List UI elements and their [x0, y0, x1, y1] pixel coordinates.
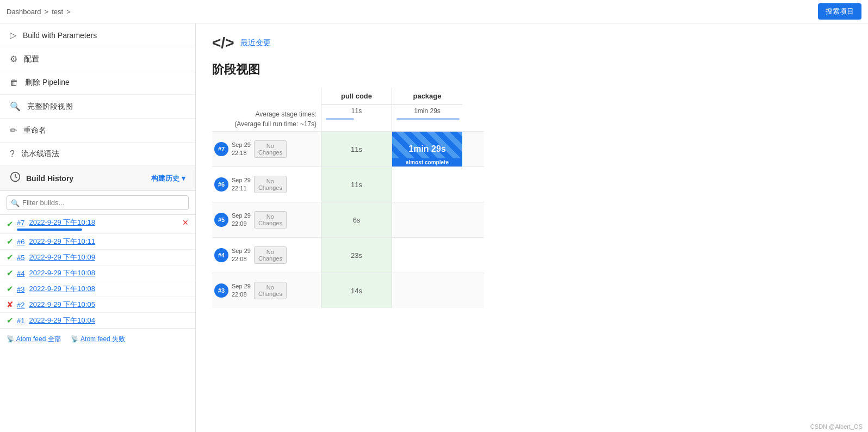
build-date-4[interactable]: 2022-9-29 下午10:08 — [29, 268, 189, 278]
filter-search-icon: 🔍 — [11, 199, 20, 207]
atom-feed-fail[interactable]: Atom feed 失败 — [80, 335, 125, 343]
build-date-1[interactable]: 2022-9-29 下午10:04 — [29, 316, 189, 325]
stage-cell-4-pull-code[interactable]: 23s — [321, 238, 392, 273]
build-status-3: ✔ — [7, 284, 14, 294]
build-history-icon — [10, 171, 21, 185]
build-num-7[interactable]: #7 — [17, 219, 24, 227]
build-status-6: ✔ — [7, 237, 14, 246]
build-badge-4: #4 — [214, 248, 228, 262]
sidebar-label-rename: 重命名 — [23, 126, 46, 135]
build-num-6[interactable]: #6 — [17, 238, 24, 246]
no-changes-btn-4[interactable]: NoChanges — [254, 246, 287, 264]
build-status-2: ✘ — [7, 300, 14, 310]
atom-feed-all[interactable]: Atom feed 全部 — [16, 335, 61, 343]
build-num-2[interactable]: #2 — [17, 301, 24, 309]
edit-icon: ✏ — [10, 125, 17, 135]
build-label-4: #4 Sep 2922:08 NoChanges — [212, 238, 321, 273]
build-num-5[interactable]: #5 — [17, 254, 24, 262]
build-stage-row-7: #7 Sep 2922:18 NoChanges 11s 1min 29s al… — [212, 131, 484, 166]
sidebar-item-configure[interactable]: ⚙ 配置 — [0, 47, 195, 71]
search-project-button[interactable]: 搜索项目 — [818, 3, 861, 20]
build-progress-bar-7 — [17, 229, 82, 231]
build-meta-7: Sep 2922:18 — [232, 141, 251, 158]
build-num-1[interactable]: #1 — [17, 317, 24, 325]
build-label-5: #5 Sep 2922:09 NoChanges — [212, 202, 321, 237]
build-date-7[interactable]: 2022-9-29 下午10:18 — [29, 218, 182, 227]
stage-col-package: package 1min 29s — [392, 88, 462, 131]
stage-col-pull-code: pull code 11s — [321, 88, 392, 131]
sidebar-item-rename[interactable]: ✏ 重命名 — [0, 119, 195, 143]
sidebar-label-full-stage-view: 完整阶段视图 — [27, 102, 73, 112]
stage-cell-5-pull-code[interactable]: 6s — [321, 202, 392, 237]
nav-sep1: > — [45, 8, 49, 16]
table-row: ✘ #2 2022-9-29 下午10:05 — [0, 297, 195, 313]
build-date-5[interactable]: 2022-9-29 下午10:09 — [29, 252, 189, 262]
build-stage-row-4: #4 Sep 2922:08 NoChanges 23s — [212, 237, 484, 273]
nav-test[interactable]: test — [52, 8, 63, 16]
avg-label1: Average stage times: — [212, 109, 317, 119]
sidebar-item-pipeline-syntax[interactable]: ? 流水线语法 — [0, 143, 195, 166]
stage-view: Average stage times: (Average full run t… — [212, 88, 484, 308]
recent-changes-link[interactable]: 最近变更 — [240, 38, 271, 48]
main-content: </> 最近变更 阶段视图 Average stage times: (Aver… — [196, 23, 868, 432]
table-row: ✔ #4 2022-9-29 下午10:08 — [0, 266, 195, 281]
stage-col-header-pull-code: pull code — [321, 88, 392, 105]
build-meta-5: Sep 2922:09 — [232, 212, 251, 229]
no-changes-btn-5[interactable]: NoChanges — [254, 211, 287, 229]
table-row: ✔ #1 2022-9-29 下午10:04 — [0, 313, 195, 329]
sidebar-label-pipeline-syntax: 流水线语法 — [21, 149, 59, 159]
build-num-3[interactable]: #3 — [17, 285, 24, 293]
filter-input-wrap: 🔍 — [0, 191, 195, 215]
build-meta-6: Sep 2922:11 — [232, 176, 251, 193]
stage-col-header-package: package — [392, 88, 462, 105]
build-meta-3: Sep 2922:08 — [232, 282, 251, 299]
sidebar-item-delete-pipeline[interactable]: 🗑 删除 Pipeline — [0, 71, 195, 95]
build-label-7: #7 Sep 2922:18 NoChanges — [212, 132, 321, 166]
sidebar-item-full-stage-view[interactable]: 🔍 完整阶段视图 — [0, 95, 195, 119]
feed-icon-fail: 📡 — [71, 335, 79, 343]
table-row: ✔ #3 2022-9-29 下午10:08 — [0, 281, 195, 297]
top-nav: Dashboard > test > 搜索项目 — [0, 0, 868, 23]
page-header: </> 最近变更 — [212, 34, 852, 52]
delete-build-7[interactable]: ✕ — [182, 218, 189, 227]
no-changes-btn-3[interactable]: NoChanges — [254, 282, 287, 299]
build-date-3[interactable]: 2022-9-29 下午10:08 — [29, 284, 189, 294]
build-num-4[interactable]: #4 — [17, 269, 24, 277]
sidebar-label-configure: 配置 — [24, 54, 39, 64]
build-meta-4: Sep 2922:08 — [232, 247, 251, 264]
sidebar-item-build-with-parameters[interactable]: ▷ Build with Parameters — [0, 23, 195, 47]
no-changes-btn-7[interactable]: NoChanges — [254, 140, 287, 158]
play-icon: ▷ — [10, 30, 16, 40]
stage-cell-6-pull-code[interactable]: 11s — [321, 167, 392, 202]
almost-complete-bar: almost complete — [392, 158, 462, 166]
stage-avg-bar-pull-code — [326, 118, 354, 120]
stage-cell-5-package[interactable] — [392, 202, 462, 237]
stage-cell-3-pull-code[interactable]: 14s — [321, 273, 392, 308]
filter-builds-input[interactable] — [7, 195, 189, 210]
sidebar-label-delete-pipeline: 删除 Pipeline — [25, 78, 70, 88]
section-title: 阶段视图 — [212, 61, 852, 78]
table-row: ✔ #5 2022-9-29 下午10:09 — [0, 250, 195, 266]
build-stage-row-6: #6 Sep 2922:11 NoChanges 11s — [212, 166, 484, 202]
stage-cell-6-package[interactable] — [392, 167, 462, 202]
stage-cell-7-pull-code[interactable]: 11s — [321, 132, 392, 166]
no-changes-btn-6[interactable]: NoChanges — [254, 176, 287, 193]
build-history-header: Build History 构建历史 ▾ — [0, 166, 195, 191]
nav-dashboard[interactable]: Dashboard — [7, 8, 41, 16]
stage-cell-4-package[interactable] — [392, 238, 462, 273]
stage-cell-3-package[interactable] — [392, 273, 462, 308]
build-date-2[interactable]: 2022-9-29 下午10:05 — [29, 300, 189, 310]
sidebar-label-build-with-parameters: Build with Parameters — [23, 31, 97, 40]
build-status-1: ✔ — [7, 316, 14, 325]
build-badge-7: #7 — [214, 142, 228, 156]
stage-cell-7-package[interactable]: 1min 29s almost complete — [392, 132, 462, 166]
table-row: ✔ #6 2022-9-29 下午10:11 — [0, 234, 195, 250]
build-badge-5: #5 — [214, 213, 228, 227]
build-date-6[interactable]: 2022-9-29 下午10:11 — [29, 237, 189, 246]
feed-icon-all: 📡 — [7, 335, 15, 343]
trash-icon: 🗑 — [10, 78, 18, 88]
build-badge-3: #3 — [214, 283, 228, 298]
build-history-link[interactable]: 构建历史 ▾ — [151, 174, 185, 183]
feed-links: 📡 Atom feed 全部 📡 Atom feed 失败 — [0, 329, 195, 349]
nav-sep2: > — [66, 8, 71, 16]
